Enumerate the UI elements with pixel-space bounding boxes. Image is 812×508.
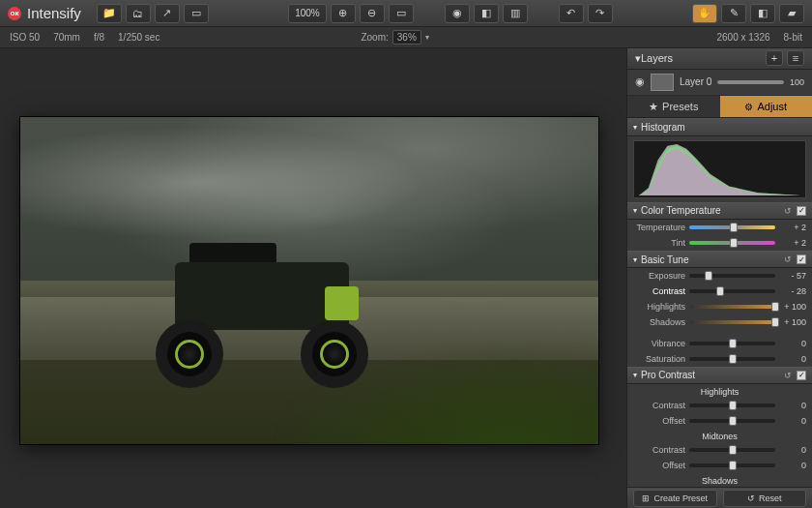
meta-focal: 70mm	[53, 32, 80, 43]
presets-tab[interactable]: ★ Presets	[627, 96, 720, 119]
canvas-area[interactable]	[0, 48, 626, 508]
brush-tool-button[interactable]: ✎	[721, 4, 746, 23]
reset-icon[interactable]: ↺	[784, 206, 794, 216]
hand-tool-button[interactable]: ✋	[692, 4, 717, 23]
meta-iso: ISO 50	[10, 32, 40, 43]
app-logo: ок	[8, 7, 21, 20]
layers-panel-header: ▾ Layers + ≡	[627, 48, 812, 70]
meta-shutter: 1/250 sec	[118, 32, 160, 43]
layer-opacity-slider[interactable]	[717, 80, 784, 84]
zoom-chevron-icon[interactable]: ▾	[425, 33, 429, 42]
section-enable-checkbox[interactable]: ✓	[797, 206, 806, 216]
pro-highlights-label: Highlights	[627, 384, 812, 398]
histogram-display	[633, 140, 806, 198]
open-folder-button[interactable]: 🗂	[126, 4, 151, 23]
zoom-label: Zoom:	[361, 32, 388, 43]
layer-opacity-value: 100	[790, 77, 804, 87]
tint-slider[interactable]: Tint+ 2	[627, 235, 812, 251]
undo-button[interactable]: ↶	[559, 4, 584, 23]
reset-icon[interactable]: ↺	[784, 371, 794, 380]
zoom-out-button[interactable]: ⊖	[360, 4, 385, 23]
layer-thumbnail	[651, 74, 674, 91]
split-view-button[interactable]: ▥	[503, 4, 528, 23]
top-toolbar: ок Intensify 📁 🗂 ↗ ▭ 100% ⊕ ⊖ ▭ ◉ ◧ ▥ ↶ …	[0, 0, 812, 27]
section-enable-checkbox[interactable]: ✓	[797, 254, 806, 264]
layer-row[interactable]: ◉ Layer 0 100	[627, 70, 812, 96]
gradient-tool-button[interactable]: ▰	[779, 4, 804, 23]
adjust-tab[interactable]: ⚙ Adjust	[720, 96, 813, 119]
fit-screen-button[interactable]: ▭	[389, 4, 414, 23]
histogram-header[interactable]: ▾Histogram	[627, 118, 812, 135]
pro-midtones-offset-slider[interactable]: Offset0	[627, 458, 812, 473]
temperature-slider[interactable]: Temperature+ 2	[627, 220, 812, 235]
pro-shadows-label: Shadows	[627, 473, 812, 487]
reset-icon[interactable]: ↺	[784, 254, 794, 264]
export-button[interactable]: ↗	[155, 4, 180, 23]
info-bar: ISO 50 70mm f/8 1/250 sec Zoom: 36% ▾ 26…	[0, 27, 812, 48]
layers-title: Layers	[641, 52, 673, 64]
canvas-image[interactable]	[19, 116, 599, 445]
vibrance-slider[interactable]: Vibrance0	[627, 336, 812, 351]
zoom-in-button[interactable]: ⊕	[331, 4, 356, 23]
exposure-slider[interactable]: Exposure- 57	[627, 268, 812, 284]
layer-menu-button[interactable]: ≡	[787, 50, 804, 66]
zoom-fit-button[interactable]: 100%	[288, 4, 327, 23]
layer-name: Layer 0	[680, 76, 711, 87]
right-sidebar: ▾ Layers + ≡ ◉ Layer 0 100 ★ Presets ⚙ A…	[626, 48, 812, 508]
pro-midtones-label: Midtones	[627, 429, 812, 442]
contrast-slider[interactable]: Contrast- 28	[627, 284, 812, 299]
image-bit-depth: 8-bit	[784, 32, 802, 43]
sidebar-footer: ⊞ Create Preset ↺ Reset	[627, 487, 812, 508]
pro-contrast-header[interactable]: ▾Pro Contrast ↺✓	[627, 367, 812, 384]
eraser-tool-button[interactable]: ◧	[750, 4, 775, 23]
basic-tune-header[interactable]: ▾Basic Tune ↺✓	[627, 251, 812, 268]
preview-toggle-button[interactable]: ◉	[445, 4, 470, 23]
open-file-button[interactable]: 📁	[97, 4, 122, 23]
section-enable-checkbox[interactable]: ✓	[797, 371, 806, 380]
image-dimensions: 2600 x 1326	[716, 32, 769, 43]
pro-highlights-offset-slider[interactable]: Offset0	[627, 413, 812, 429]
duplicate-button[interactable]: ▭	[184, 4, 209, 23]
app-title: Intensify	[27, 5, 81, 21]
pro-midtones-contrast-slider[interactable]: Contrast0	[627, 442, 812, 458]
redo-button[interactable]: ↷	[588, 4, 613, 23]
create-preset-button[interactable]: ⊞ Create Preset	[633, 490, 717, 507]
layer-visibility-icon[interactable]: ◉	[635, 75, 645, 88]
meta-aperture: f/8	[94, 32, 104, 43]
highlights-slider[interactable]: Highlights+ 100	[627, 299, 812, 314]
shadows-slider[interactable]: Shadows+ 100	[627, 314, 812, 330]
compare-button[interactable]: ◧	[474, 4, 499, 23]
color-temperature-header[interactable]: ▾Color Temperature ↺✓	[627, 202, 812, 220]
reset-button[interactable]: ↺ Reset	[723, 490, 807, 507]
add-layer-button[interactable]: +	[766, 50, 783, 66]
zoom-value[interactable]: 36%	[392, 30, 421, 45]
pro-highlights-contrast-slider[interactable]: Contrast0	[627, 398, 812, 413]
saturation-slider[interactable]: Saturation0	[627, 351, 812, 367]
